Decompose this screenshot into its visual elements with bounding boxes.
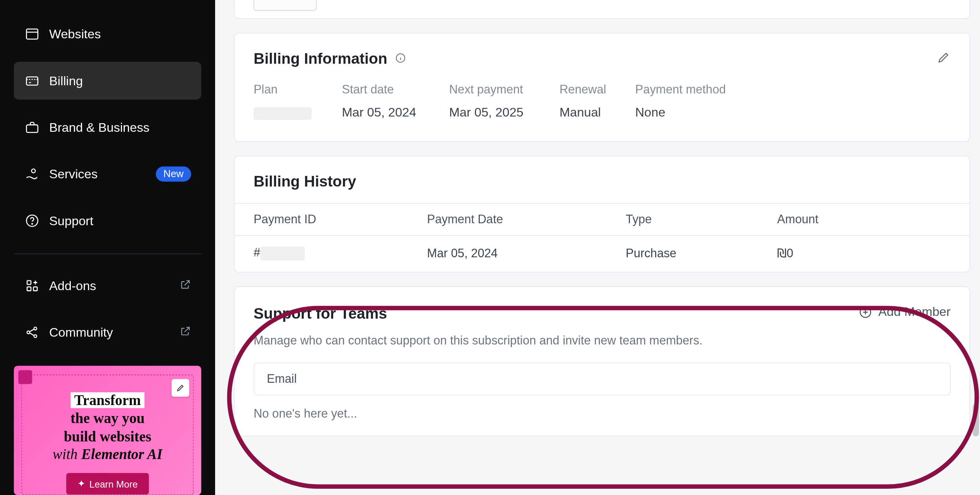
main-content: https://www.qui.elemento... Billing Info… xyxy=(215,0,980,495)
card-icon xyxy=(24,72,40,89)
sidebar-item-addons[interactable]: Add-ons xyxy=(14,267,201,305)
edit-billing-button[interactable] xyxy=(937,50,950,67)
billing-info-title: Billing Information xyxy=(253,50,406,67)
grid-plus-icon xyxy=(24,278,40,294)
svg-rect-7 xyxy=(27,287,31,291)
billing-info-card: Billing Information Plan Start date Mar … xyxy=(234,33,970,142)
sidebar-item-label: Brand & Business xyxy=(49,120,149,135)
sidebar-item-support[interactable]: Support xyxy=(14,202,201,240)
sidebar-item-label: Community xyxy=(49,325,113,340)
teams-table: Email xyxy=(253,362,950,395)
browser-icon xyxy=(24,26,40,42)
sidebar-item-websites[interactable]: Websites xyxy=(14,15,201,53)
redacted-id xyxy=(260,247,304,260)
cell-payment-id: # xyxy=(235,235,408,272)
support-teams-card: Support for Teams Manage who can contact… xyxy=(234,286,970,436)
sidebar-item-label: Services xyxy=(49,167,98,181)
billing-history-title: Billing History xyxy=(235,173,969,190)
payment-method-column: Payment method None xyxy=(635,82,761,120)
sidebar-item-billing[interactable]: Billing xyxy=(14,62,201,100)
col-type: Type xyxy=(607,203,758,235)
site-thumbnail xyxy=(253,0,316,11)
teams-email-header: Email xyxy=(254,363,950,395)
table-header-row: Payment ID Payment Date Type Amount xyxy=(235,203,969,235)
add-member-button[interactable]: Add Member xyxy=(858,305,950,319)
sidebar-item-label: Support xyxy=(49,213,93,228)
renewal-column: Renewal Manual xyxy=(560,82,635,120)
pencil-icon xyxy=(172,379,189,396)
col-payment-id: Payment ID xyxy=(235,203,408,235)
col-amount: Amount xyxy=(758,203,969,235)
sidebar-item-label: Websites xyxy=(49,27,101,41)
help-circle-icon xyxy=(24,213,40,229)
website-link-card: https://www.qui.elemento... xyxy=(234,0,970,19)
sidebar-item-services[interactable]: Services New xyxy=(14,155,201,193)
svg-rect-2 xyxy=(27,125,38,132)
cell-amount: ₪0 xyxy=(758,235,969,272)
table-row[interactable]: # Mar 05, 2024 Purchase ₪0 xyxy=(235,235,969,272)
svg-rect-6 xyxy=(27,281,31,285)
sidebar-item-community[interactable]: Community xyxy=(14,314,201,352)
nav-list-secondary: Add-ons Community xyxy=(0,267,215,360)
hand-coins-icon xyxy=(24,166,40,182)
briefcase-icon xyxy=(24,119,40,136)
redacted-plan xyxy=(253,107,311,120)
sidebar-item-brand[interactable]: Brand & Business xyxy=(14,108,201,146)
promo-cta-button[interactable]: ✦Learn More xyxy=(66,473,149,495)
svg-point-10 xyxy=(34,327,37,330)
svg-point-9 xyxy=(27,331,30,334)
cell-type: Purchase xyxy=(607,235,758,272)
teams-title: Support for Teams xyxy=(253,305,702,322)
start-date-column: Start date Mar 05, 2024 xyxy=(342,82,449,120)
cell-payment-date: Mar 05, 2024 xyxy=(408,235,607,272)
billing-history-table: Payment ID Payment Date Type Amount # Ma… xyxy=(235,203,969,272)
svg-point-5 xyxy=(32,224,32,224)
col-payment-date: Payment Date xyxy=(408,203,607,235)
nav-list: Websites Billing Brand & Business Servic… xyxy=(0,15,215,249)
external-link-icon xyxy=(180,278,191,293)
info-icon[interactable] xyxy=(395,50,406,67)
svg-point-11 xyxy=(34,335,37,337)
next-payment-column: Next payment Mar 05, 2025 xyxy=(449,82,559,120)
share-nodes-icon xyxy=(24,324,40,341)
teams-empty-message: No one's here yet... xyxy=(253,407,950,420)
billing-history-card: Billing History Payment ID Payment Date … xyxy=(234,156,970,272)
plan-column: Plan xyxy=(253,82,342,120)
nav-divider xyxy=(14,253,201,254)
svg-rect-1 xyxy=(27,77,38,85)
scrollbar-thumb[interactable] xyxy=(973,404,979,436)
teams-subtitle: Manage who can contact support on this s… xyxy=(253,334,702,347)
svg-rect-8 xyxy=(33,287,37,291)
sidebar-item-label: Billing xyxy=(49,74,83,88)
sidebar-item-label: Add-ons xyxy=(49,278,96,293)
badge-new: New xyxy=(156,167,191,182)
sidebar: Websites Billing Brand & Business Servic… xyxy=(0,0,215,495)
promo-square-icon xyxy=(18,370,32,384)
svg-point-3 xyxy=(32,169,36,173)
promo-card[interactable]: Transform the way you build websites wit… xyxy=(14,366,201,495)
external-link-icon xyxy=(180,325,191,340)
svg-rect-0 xyxy=(27,29,38,39)
promo-text: Transform the way you build websites wit… xyxy=(30,392,185,464)
